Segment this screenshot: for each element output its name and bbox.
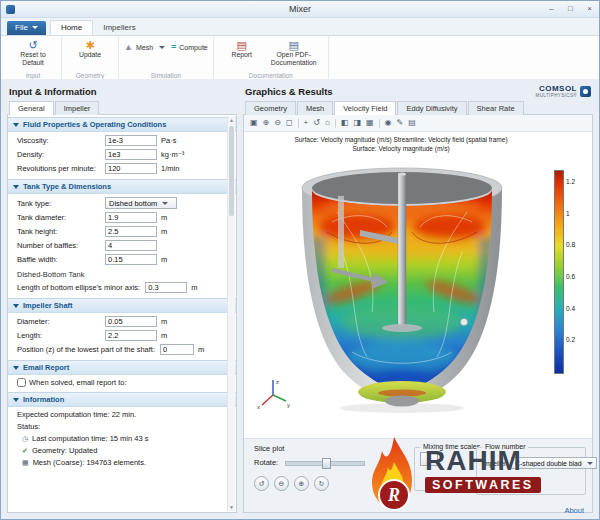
shaft-diameter-label: Diameter: [17,317,105,326]
section-title: Tank Type & Dimensions [23,182,111,191]
compute-mixing-button[interactable]: = [420,452,438,466]
default-view-icon[interactable]: ⌂ [325,119,330,127]
comsol-logo-sub: MULTIPHYSICS® [536,94,577,99]
annotation-icon[interactable]: ✎ [397,119,404,127]
minor-axis-label: Length of bottom ellipse's minor axis: [17,283,140,292]
baffles-count-input[interactable] [105,240,157,251]
slider-thumb[interactable] [322,458,331,469]
rotate-slider[interactable] [285,458,365,467]
zoom-out-button[interactable]: ⊖ [274,476,289,491]
axis-x-label: x [257,404,260,410]
ribbon: ↺ Reset to Default Input ✱ Update Geomet… [1,36,599,82]
check-icon: ✔ [22,447,28,455]
tab-impeller[interactable]: Impeller [55,101,100,115]
file-menu-button[interactable]: File [7,21,46,35]
report-label: Report [232,51,252,59]
clock-icon: ◷ [22,435,28,443]
shaft-position-input[interactable] [160,344,194,355]
app-window: Mixer – □ × File Home Impellers ↺ Reset … [0,0,600,520]
section-header-fluid[interactable]: Fluid Properties & Operating Conditions [8,117,236,132]
view-left-icon[interactable]: ◧ [341,119,349,127]
shaft-diameter-input[interactable] [105,316,157,327]
tab-home[interactable]: Home [50,20,93,35]
reset-to-default-button[interactable]: ↺ Reset to Default [10,38,56,68]
scrollbar-thumb[interactable] [229,126,234,216]
slice-plot-label: Slice plot [254,444,284,453]
zoom-in-icon[interactable]: ⊕ [263,119,270,127]
tank-type-dropdown[interactable]: Dished bottom [105,197,177,209]
collapse-triangle-icon [13,123,19,127]
tab-eddy-diffusivity[interactable]: Eddy Diffusivity [397,101,466,115]
plot-controls: Slice plot Rotate: ↺ ⊖ ⊕ ↻ [244,438,592,499]
tank-type-value: Dished bottom [109,199,157,208]
view-right-icon[interactable]: ◨ [353,119,361,127]
toolbar-separator [298,119,299,128]
zoom-in-button[interactable]: ⊕ [294,476,309,491]
ribbon-tab-bar: File Home Impellers [1,18,599,36]
chevron-down-icon [159,46,165,49]
compute-icon: = [171,41,176,53]
reset-icon: ↺ [28,39,37,51]
tab-velocity-field[interactable]: Velocity Field [334,101,396,115]
impeller-dropdown[interactable]: C-shaped double blade 1 [511,457,597,469]
zoom-out-icon[interactable]: ⊖ [274,119,281,127]
plot-canvas[interactable]: Surface: Velocity magnitude (m/s) Stream… [244,132,592,438]
left-form: Fluid Properties & Operating Conditions … [7,114,237,513]
section-header-information[interactable]: Information [8,392,236,407]
tab-impellers[interactable]: Impellers [93,21,145,35]
section-header-tank[interactable]: Tank Type & Dimensions [8,179,236,194]
rpm-input[interactable] [105,163,157,174]
comsol-logo: COMSOL MULTIPHYSICS® [536,83,593,99]
axis-z-label: z [276,379,279,385]
viscosity-input[interactable] [105,135,157,146]
rotate-left-button[interactable]: ↺ [254,476,269,491]
shaft-length-input[interactable] [105,330,157,341]
compute-button[interactable]: = Compute [171,41,208,53]
left-scrollbar[interactable]: ▲ ▼ [227,116,235,511]
tab-mesh[interactable]: Mesh [297,101,333,115]
window-title: Mixer [1,4,599,14]
rpm-unit: 1/min [161,164,179,173]
tab-shear-rate[interactable]: Shear Rate [468,101,524,115]
grid-icon[interactable]: ▦ [366,119,374,127]
rotate-right-button[interactable]: ↻ [314,476,329,491]
baffle-width-input[interactable] [105,254,157,265]
mesh-icon: ▲ [124,41,133,53]
mesh-button[interactable]: ▲ Mesh [124,41,165,53]
open-pdf-documentation-button[interactable]: ▤ Open PDF- Documentation [265,38,323,68]
tank-type-label: Tank type: [17,199,105,208]
coordinate-triad: z x y [256,374,292,410]
colorbar-tick: 1.2 [566,178,584,185]
collapse-triangle-icon [13,398,19,402]
pan-icon[interactable]: + [304,119,309,127]
density-input[interactable] [105,149,157,160]
section-title: Impeller Shaft [23,301,73,310]
minor-axis-input[interactable] [145,282,187,293]
file-menu-label: File [15,23,28,32]
tank-diameter-input[interactable] [105,212,157,223]
zoom-box-icon[interactable]: ◻ [286,119,293,127]
tank-height-label: Tank height: [17,227,105,236]
baffles-count-label: Number of baffles: [17,241,105,250]
snapshot-icon[interactable]: ▤ [408,119,416,127]
tab-geometry[interactable]: Geometry [245,101,296,115]
section-header-email[interactable]: Email Report [8,360,236,375]
tab-general[interactable]: General [9,101,54,115]
about-link[interactable]: About [564,506,584,515]
mixer-3d-view[interactable] [282,152,522,414]
section-title: Information [23,395,64,404]
plot-title-line1: Surface: Velocity magnitude (m/s) Stream… [244,136,558,143]
update-button[interactable]: ✱ Update [67,38,113,59]
tank-height-input[interactable] [105,226,157,237]
chevron-down-icon [162,202,168,205]
rotate-view-icon[interactable]: ↺ [313,119,320,127]
colorbar-tick: 0.2 [566,336,584,343]
email-report-checkbox[interactable] [17,378,26,387]
scene-light-icon[interactable]: ◉ [385,119,392,127]
ribbon-group-documentation: ▤ Report ▤ Open PDF- Documentation Docum… [214,36,329,81]
report-button[interactable]: ▤ Report [219,38,265,59]
section-header-shaft[interactable]: Impeller Shaft [8,298,236,313]
input-information-panel: Input & Information General Impeller Flu… [7,83,237,513]
tank-diameter-unit: m [161,213,167,222]
zoom-extents-icon[interactable]: ▣ [250,119,258,127]
